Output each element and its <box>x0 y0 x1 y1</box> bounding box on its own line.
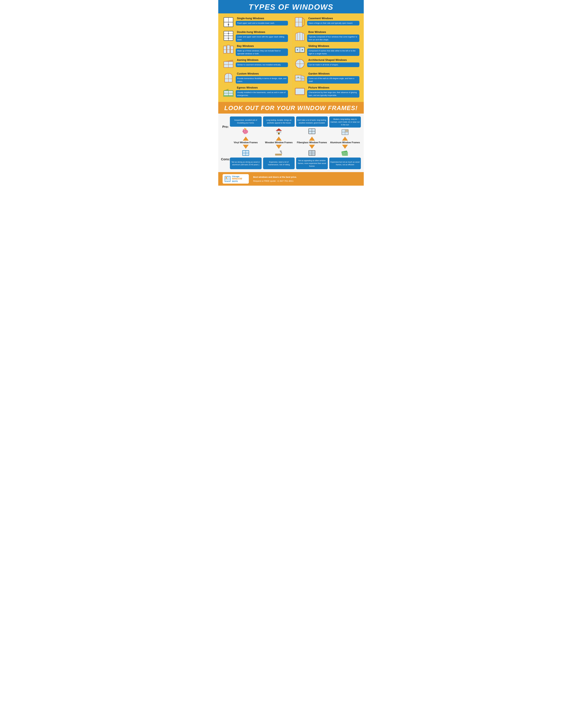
list-item: Garden Windows Come out of the wall at a… <box>294 72 359 84</box>
svg-marker-47 <box>301 75 305 81</box>
footer-quote: Request a FREE quote: +1 847-701-4011 <box>253 180 294 182</box>
list-item: Bay Windows Made up of three windows; th… <box>223 44 288 56</box>
aluminum-cons-text: Expensive but not as much as wood frames… <box>329 158 361 169</box>
page-footer: Chicago WINDOW GUYS Best windows and doo… <box>218 172 364 186</box>
arrow-down-fiberglass <box>296 145 328 149</box>
types-section: Single-hung Windows Fixed upper sash and… <box>218 14 364 102</box>
svg-rect-96 <box>228 179 230 181</box>
arrow-down-wood <box>263 145 295 149</box>
svg-rect-14 <box>227 45 230 53</box>
window-name: Bay Windows <box>237 45 254 48</box>
svg-rect-94 <box>228 177 230 179</box>
garden-window-icon <box>294 72 306 83</box>
fiberglass-cons-text: Not as appealing as other window frames,… <box>296 158 328 169</box>
window-name: Awning Windows <box>237 58 258 61</box>
arrow-up-vinyl <box>230 136 261 141</box>
window-name: Custom Windows <box>237 72 259 75</box>
list-item: Custom Windows Provide tremendous flexib… <box>223 72 288 84</box>
bow-window-icon <box>294 30 306 42</box>
arrows-up-row <box>230 136 361 141</box>
frames-title: LOOK OUT FOR YOUR WINDOW FRAMES! <box>223 105 359 111</box>
vinyl-cons-cell: Not as strong as strong as wood or alumi… <box>230 149 261 169</box>
custom-window-icon <box>223 72 234 83</box>
list-item: Picture Windows Characterized by their l… <box>294 86 359 98</box>
window-name: Sliding Windows <box>308 45 329 48</box>
wood-label: Wooden Window Frames <box>263 141 295 144</box>
window-desc: Provide tremendous flexibility in terms … <box>236 76 288 84</box>
arrows-down-row <box>230 145 361 149</box>
svg-rect-51 <box>295 88 305 95</box>
window-name: Garden Windows <box>308 72 330 75</box>
vinyl-pro-cell: Inexpensive, excellent job of insulating… <box>230 116 261 136</box>
svg-line-32 <box>302 25 305 27</box>
wooden-pro-cell: Long-lasting, durable, brings an aesthet… <box>263 116 295 136</box>
logo-icon <box>224 176 231 182</box>
vinyl-pro-text: Inexpensive, excellent job of insulating… <box>230 116 261 127</box>
arrow-up-fiberglass <box>296 136 328 141</box>
window-name: Single-hung Windows <box>237 17 264 20</box>
svg-rect-5 <box>228 25 229 26</box>
pro-label: Pro: <box>221 116 230 136</box>
svg-point-97 <box>226 177 227 178</box>
window-desc: Come out of the wall at a 90-degree angl… <box>307 76 359 84</box>
frames-table: Pro: Inexpensive, excellent job of insul… <box>218 113 364 172</box>
single-hung-icon <box>223 16 234 28</box>
list-item: Casement Windows Have a hinge on their s… <box>294 16 359 28</box>
egress-window-icon <box>223 86 234 97</box>
footer-logo-chicago: Chicago <box>232 175 242 178</box>
svg-rect-61 <box>246 133 246 134</box>
svg-rect-80 <box>275 154 282 156</box>
svg-point-55 <box>244 130 244 131</box>
fiberglass-label: Fiberglass Window Frames <box>296 141 328 144</box>
window-desc: Lower and upper sash move with the upper… <box>236 34 288 42</box>
vinyl-cons-text: Not as strong as strong as wood or alumi… <box>230 158 261 169</box>
svg-line-31 <box>302 18 305 20</box>
sliding-window-icon <box>294 44 306 56</box>
svg-rect-69 <box>280 131 281 132</box>
window-desc: Similar to casement windows, but install… <box>236 62 288 67</box>
architectural-window-icon <box>294 58 306 70</box>
svg-rect-68 <box>277 131 278 132</box>
svg-marker-20 <box>224 60 233 61</box>
svg-marker-29 <box>224 89 228 90</box>
window-frame-icon <box>308 128 316 135</box>
aluminum-cons-cell: $ Expensive but not as much as wood fram… <box>329 149 361 169</box>
list-item: Egress Windows Usually installed in the … <box>223 86 288 98</box>
money-icon: $ <box>340 149 350 157</box>
wooden-pro-text: Long-lasting, durable, brings an aesthet… <box>263 116 295 127</box>
svg-rect-95 <box>225 179 227 181</box>
svg-rect-67 <box>278 132 279 134</box>
footer-info: Best windows and doors at the best price… <box>253 175 297 183</box>
pro-cells: Inexpensive, excellent job of insulating… <box>230 116 361 136</box>
aluminum-window-icon <box>341 128 349 136</box>
window-name: Picture Windows <box>308 86 329 89</box>
svg-text:$: $ <box>344 153 345 155</box>
list-item: Architectural Shaped Windows Can be made… <box>294 58 359 70</box>
aluminum-pro-cell: Modern, long-lasting, easy to maintain, … <box>329 116 361 136</box>
svg-point-56 <box>243 129 244 130</box>
page-header: TYPES OF WINDOWS <box>218 0 364 14</box>
arrow-up-wood <box>263 136 295 141</box>
svg-marker-65 <box>276 128 282 131</box>
frame-labels-row: Vinyl Window Frames Wooden Window Frames… <box>230 141 361 144</box>
window-name: Double-hung Windows <box>237 31 265 33</box>
window-name: Bow Windows <box>308 31 326 33</box>
window-desc: Can be made in all kinds of shapes. <box>307 62 359 67</box>
svg-point-64 <box>244 128 245 129</box>
picture-window-icon <box>294 86 306 97</box>
aluminum-pro-text: Modern, long-lasting, easy to maintain, … <box>329 116 361 128</box>
frames-banner: LOOK OUT FOR YOUR WINDOW FRAMES! <box>218 102 364 113</box>
window-name: Egress Windows <box>237 86 258 89</box>
cons-row: Cons: Not as strong as strong as wood or… <box>221 149 361 169</box>
footer-logo: Chicago WINDOW GUYS <box>223 174 249 184</box>
window-name: Architectural Shaped Windows <box>308 58 347 61</box>
window-name: Casement Windows <box>308 17 333 20</box>
svg-point-50 <box>298 77 299 78</box>
footer-logo-window: WINDOW <box>232 178 242 180</box>
svg-rect-76 <box>345 130 348 132</box>
window-desc: Usually installed in the basements, used… <box>236 90 288 98</box>
arrow-up-aluminum <box>329 136 361 141</box>
saw-icon <box>274 149 284 157</box>
svg-rect-62 <box>245 130 246 130</box>
fiberglass-pro-text: Don't take a lot of work, long-lasting, … <box>296 116 328 127</box>
